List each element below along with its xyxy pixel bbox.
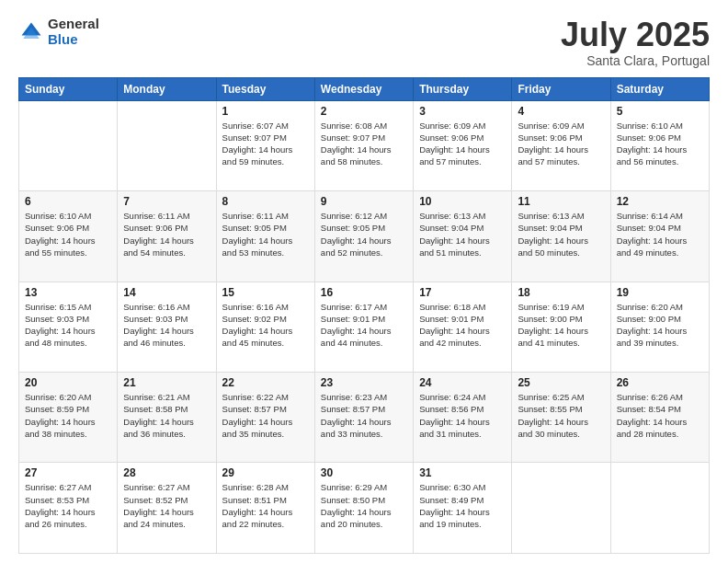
week-row-2: 6Sunrise: 6:10 AM Sunset: 9:06 PM Daylig… bbox=[19, 191, 710, 282]
weekday-header-thursday: Thursday bbox=[414, 77, 512, 100]
day-number-18: 18 bbox=[518, 286, 604, 299]
day-cell-26: 26Sunrise: 6:26 AM Sunset: 8:54 PM Dayli… bbox=[610, 373, 709, 463]
day-info-13: Sunrise: 6:15 AM Sunset: 9:03 PM Dayligh… bbox=[25, 301, 111, 350]
day-cell-13: 13Sunrise: 6:15 AM Sunset: 9:03 PM Dayli… bbox=[19, 282, 118, 372]
day-cell-7: 7Sunrise: 6:11 AM Sunset: 9:06 PM Daylig… bbox=[118, 191, 216, 282]
day-cell-14: 14Sunrise: 6:16 AM Sunset: 9:03 PM Dayli… bbox=[118, 282, 216, 372]
day-cell-30: 30Sunrise: 6:29 AM Sunset: 8:50 PM Dayli… bbox=[314, 463, 413, 554]
day-cell-2: 2Sunrise: 6:08 AM Sunset: 9:07 PM Daylig… bbox=[314, 100, 413, 190]
weekday-header-wednesday: Wednesday bbox=[314, 77, 413, 100]
day-cell-31: 31Sunrise: 6:30 AM Sunset: 8:49 PM Dayli… bbox=[414, 463, 512, 554]
day-info-6: Sunrise: 6:10 AM Sunset: 9:06 PM Dayligh… bbox=[25, 210, 111, 259]
day-info-10: Sunrise: 6:13 AM Sunset: 9:04 PM Dayligh… bbox=[419, 210, 506, 259]
day-info-5: Sunrise: 6:10 AM Sunset: 9:06 PM Dayligh… bbox=[617, 120, 703, 168]
day-number-9: 9 bbox=[321, 195, 407, 208]
empty-cell bbox=[118, 100, 216, 190]
title-section: July 2025 Santa Clara, Portugal bbox=[561, 17, 710, 68]
day-number-15: 15 bbox=[222, 286, 309, 299]
day-info-3: Sunrise: 6:09 AM Sunset: 9:06 PM Dayligh… bbox=[419, 120, 506, 168]
day-cell-9: 9Sunrise: 6:12 AM Sunset: 9:05 PM Daylig… bbox=[314, 191, 413, 282]
day-info-1: Sunrise: 6:07 AM Sunset: 9:07 PM Dayligh… bbox=[222, 120, 309, 168]
week-row-3: 13Sunrise: 6:15 AM Sunset: 9:03 PM Dayli… bbox=[19, 282, 710, 372]
day-cell-28: 28Sunrise: 6:27 AM Sunset: 8:52 PM Dayli… bbox=[118, 463, 216, 554]
weekday-header-monday: Monday bbox=[118, 77, 216, 100]
day-cell-25: 25Sunrise: 6:25 AM Sunset: 8:55 PM Dayli… bbox=[512, 373, 610, 463]
day-number-31: 31 bbox=[419, 466, 506, 479]
day-number-16: 16 bbox=[321, 286, 407, 299]
weekday-header-saturday: Saturday bbox=[610, 77, 709, 100]
week-row-5: 27Sunrise: 6:27 AM Sunset: 8:53 PM Dayli… bbox=[19, 463, 710, 554]
day-number-27: 27 bbox=[25, 466, 111, 479]
day-cell-5: 5Sunrise: 6:10 AM Sunset: 9:06 PM Daylig… bbox=[610, 100, 709, 190]
day-number-24: 24 bbox=[419, 376, 506, 389]
day-cell-23: 23Sunrise: 6:23 AM Sunset: 8:57 PM Dayli… bbox=[314, 373, 413, 463]
day-info-20: Sunrise: 6:20 AM Sunset: 8:59 PM Dayligh… bbox=[25, 391, 111, 440]
day-cell-4: 4Sunrise: 6:09 AM Sunset: 9:06 PM Daylig… bbox=[512, 100, 610, 190]
day-cell-18: 18Sunrise: 6:19 AM Sunset: 9:00 PM Dayli… bbox=[512, 282, 610, 372]
weekday-header-row: SundayMondayTuesdayWednesdayThursdayFrid… bbox=[19, 77, 710, 100]
day-number-28: 28 bbox=[123, 466, 210, 479]
day-cell-15: 15Sunrise: 6:16 AM Sunset: 9:02 PM Dayli… bbox=[216, 282, 314, 372]
day-cell-20: 20Sunrise: 6:20 AM Sunset: 8:59 PM Dayli… bbox=[19, 373, 118, 463]
day-info-14: Sunrise: 6:16 AM Sunset: 9:03 PM Dayligh… bbox=[123, 301, 210, 350]
day-number-7: 7 bbox=[123, 195, 210, 208]
day-info-31: Sunrise: 6:30 AM Sunset: 8:49 PM Dayligh… bbox=[419, 481, 506, 530]
day-info-2: Sunrise: 6:08 AM Sunset: 9:07 PM Dayligh… bbox=[321, 120, 407, 168]
logo: General Blue bbox=[18, 17, 99, 47]
page: General Blue July 2025 Santa Clara, Port… bbox=[0, 0, 728, 563]
day-number-8: 8 bbox=[222, 195, 309, 208]
day-number-23: 23 bbox=[321, 376, 407, 389]
weekday-header-sunday: Sunday bbox=[19, 77, 118, 100]
day-info-26: Sunrise: 6:26 AM Sunset: 8:54 PM Dayligh… bbox=[617, 391, 703, 440]
day-info-24: Sunrise: 6:24 AM Sunset: 8:56 PM Dayligh… bbox=[419, 391, 506, 440]
day-number-21: 21 bbox=[123, 376, 210, 389]
day-number-29: 29 bbox=[222, 466, 309, 479]
weekday-header-tuesday: Tuesday bbox=[216, 77, 314, 100]
weekday-header-friday: Friday bbox=[512, 77, 610, 100]
day-info-9: Sunrise: 6:12 AM Sunset: 9:05 PM Dayligh… bbox=[321, 210, 407, 259]
day-info-8: Sunrise: 6:11 AM Sunset: 9:05 PM Dayligh… bbox=[222, 210, 309, 259]
day-number-14: 14 bbox=[123, 286, 210, 299]
empty-cell bbox=[19, 100, 118, 190]
day-info-29: Sunrise: 6:28 AM Sunset: 8:51 PM Dayligh… bbox=[222, 481, 309, 530]
day-info-28: Sunrise: 6:27 AM Sunset: 8:52 PM Dayligh… bbox=[123, 481, 210, 530]
day-cell-29: 29Sunrise: 6:28 AM Sunset: 8:51 PM Dayli… bbox=[216, 463, 314, 554]
day-number-4: 4 bbox=[518, 105, 604, 118]
logo-text: General Blue bbox=[48, 17, 99, 47]
day-cell-22: 22Sunrise: 6:22 AM Sunset: 8:57 PM Dayli… bbox=[216, 373, 314, 463]
day-cell-1: 1Sunrise: 6:07 AM Sunset: 9:07 PM Daylig… bbox=[216, 100, 314, 190]
day-info-21: Sunrise: 6:21 AM Sunset: 8:58 PM Dayligh… bbox=[123, 391, 210, 440]
day-number-10: 10 bbox=[419, 195, 506, 208]
day-info-18: Sunrise: 6:19 AM Sunset: 9:00 PM Dayligh… bbox=[518, 301, 604, 350]
day-info-11: Sunrise: 6:13 AM Sunset: 9:04 PM Dayligh… bbox=[518, 210, 604, 259]
day-number-5: 5 bbox=[617, 105, 703, 118]
logo-icon bbox=[18, 19, 44, 45]
day-info-19: Sunrise: 6:20 AM Sunset: 9:00 PM Dayligh… bbox=[617, 301, 703, 350]
header: General Blue July 2025 Santa Clara, Port… bbox=[18, 17, 710, 68]
day-cell-10: 10Sunrise: 6:13 AM Sunset: 9:04 PM Dayli… bbox=[414, 191, 512, 282]
location: Santa Clara, Portugal bbox=[561, 53, 710, 68]
day-cell-6: 6Sunrise: 6:10 AM Sunset: 9:06 PM Daylig… bbox=[19, 191, 118, 282]
day-info-30: Sunrise: 6:29 AM Sunset: 8:50 PM Dayligh… bbox=[321, 481, 407, 530]
day-info-12: Sunrise: 6:14 AM Sunset: 9:04 PM Dayligh… bbox=[617, 210, 703, 259]
day-number-22: 22 bbox=[222, 376, 309, 389]
day-number-13: 13 bbox=[25, 286, 111, 299]
day-number-25: 25 bbox=[518, 376, 604, 389]
logo-blue: Blue bbox=[48, 32, 99, 48]
day-cell-21: 21Sunrise: 6:21 AM Sunset: 8:58 PM Dayli… bbox=[118, 373, 216, 463]
day-cell-24: 24Sunrise: 6:24 AM Sunset: 8:56 PM Dayli… bbox=[414, 373, 512, 463]
day-number-17: 17 bbox=[419, 286, 506, 299]
day-info-17: Sunrise: 6:18 AM Sunset: 9:01 PM Dayligh… bbox=[419, 301, 506, 350]
day-info-23: Sunrise: 6:23 AM Sunset: 8:57 PM Dayligh… bbox=[321, 391, 407, 440]
week-row-4: 20Sunrise: 6:20 AM Sunset: 8:59 PM Dayli… bbox=[19, 373, 710, 463]
day-cell-8: 8Sunrise: 6:11 AM Sunset: 9:05 PM Daylig… bbox=[216, 191, 314, 282]
day-number-6: 6 bbox=[25, 195, 111, 208]
day-number-26: 26 bbox=[617, 376, 703, 389]
day-info-7: Sunrise: 6:11 AM Sunset: 9:06 PM Dayligh… bbox=[123, 210, 210, 259]
day-number-19: 19 bbox=[617, 286, 703, 299]
day-info-15: Sunrise: 6:16 AM Sunset: 9:02 PM Dayligh… bbox=[222, 301, 309, 350]
day-number-30: 30 bbox=[321, 466, 407, 479]
day-cell-12: 12Sunrise: 6:14 AM Sunset: 9:04 PM Dayli… bbox=[610, 191, 709, 282]
day-number-11: 11 bbox=[518, 195, 604, 208]
day-number-2: 2 bbox=[321, 105, 407, 118]
